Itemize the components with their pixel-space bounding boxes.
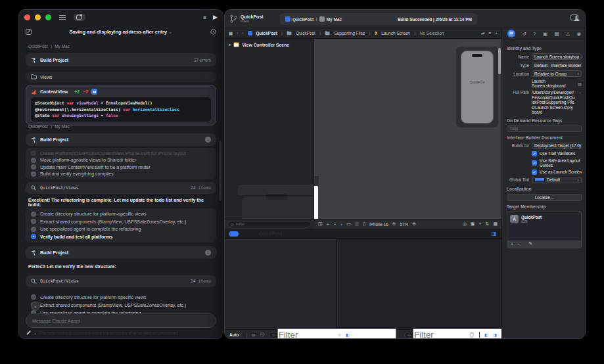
inspector-toggle-icon[interactable] xyxy=(570,14,578,20)
location-select[interactable]: Relative to Group ↕ xyxy=(532,70,582,77)
localize-button[interactable]: Localize... xyxy=(507,194,582,201)
related-items-icon[interactable]: ▦ xyxy=(229,31,233,36)
contentview-diff-card[interactable]: ContentView +2 −2 M @StateObject var vie… xyxy=(26,85,216,125)
zoom-in-icon[interactable]: ⊕ xyxy=(412,221,416,227)
embed-icon[interactable]: ▦ xyxy=(493,221,498,227)
type-select[interactable]: Default - Interface Builder... ↕ xyxy=(532,62,582,68)
jumpbar-selection[interactable]: No Selection xyxy=(420,31,444,35)
forward-icon[interactable]: › xyxy=(242,31,243,35)
branch-name[interactable]: main xyxy=(241,19,264,23)
identity-inspector-tab[interactable]: ▣ xyxy=(543,31,547,37)
jumpbar-crumb[interactable]: QuickPost xyxy=(296,31,315,35)
search-result-card-1[interactable]: QuickPost/Views 24 items xyxy=(26,182,216,194)
build-project-card-1[interactable]: Build Project 37 errors xyxy=(26,53,216,66)
jumpbar-crumb[interactable]: QuickPost xyxy=(256,31,277,35)
outline-filter-field[interactable]: ⊙ xyxy=(227,221,312,227)
console-filter-field[interactable]: ⊙ xyxy=(404,332,465,338)
jumpbar-crumb[interactable]: Supporting Files xyxy=(334,31,365,35)
todo-item[interactable]: ✓Create Platform/iOS/iPhone/ContentView.… xyxy=(31,150,211,156)
new-session-icon[interactable] xyxy=(74,14,85,21)
todo-item[interactable]: ✓Build and verify everything compiles xyxy=(31,171,211,177)
hide-variables-icon[interactable]: ◧ xyxy=(484,332,488,337)
stop-icon[interactable]: ■ xyxy=(203,14,206,20)
device-name[interactable]: iPhone 16 xyxy=(369,222,388,227)
scene-row[interactable]: ▸ View Controller Scene xyxy=(225,39,314,51)
editor-panel-icon[interactable]: ◫ xyxy=(318,221,323,227)
todo-item-active[interactable]: •Verify build and test all platforms xyxy=(31,234,211,239)
resolve-layout-icon[interactable]: ⇅ xyxy=(486,221,490,227)
scrollbar[interactable] xyxy=(220,141,221,200)
variables-filter-field[interactable]: ⊙ xyxy=(269,332,321,338)
session-title[interactable]: Saving and displaying address after entr… xyxy=(39,29,203,35)
orientation-icon[interactable]: ▭ xyxy=(346,221,351,227)
build-project-card-2[interactable]: Build Project • xyxy=(26,133,216,146)
name-input[interactable] xyxy=(534,55,579,59)
connections-inspector-tab[interactable]: ◉ xyxy=(576,31,581,37)
device-bezel-toggle-icon[interactable]: ◨ xyxy=(491,231,496,237)
attachment-pen-icon[interactable] xyxy=(26,330,32,336)
zoom-button[interactable] xyxy=(45,14,51,20)
add-target-icon[interactable]: + xyxy=(511,242,513,246)
todo-item[interactable]: ✓Extract shared components (StampView, U… xyxy=(31,302,211,307)
history-clock-icon[interactable] xyxy=(210,29,216,35)
disclosure-icon[interactable]: ▸ xyxy=(229,42,231,47)
trait-variations-checkbox[interactable]: ✓ Use Trait Variations xyxy=(532,151,582,156)
scroll-to-bottom-button[interactable]: ⌄ xyxy=(31,302,40,311)
remove-target-icon[interactable]: − xyxy=(517,242,520,246)
add-item-icon[interactable]: + xyxy=(327,222,329,227)
zoom-out-icon[interactable]: ⊖ xyxy=(392,221,396,227)
message-input[interactable] xyxy=(32,319,210,323)
play-icon[interactable]: ▶ xyxy=(213,14,218,20)
todo-item[interactable]: ✓Move platform-agnostic views to Shared/… xyxy=(31,158,211,163)
close-button[interactable] xyxy=(24,14,30,20)
todo-item[interactable]: ✓Update main ContentView.swift to be a p… xyxy=(31,164,211,170)
device-icon[interactable]: ▯ xyxy=(363,221,365,227)
variables-scope-select[interactable]: Auto ↕ xyxy=(229,332,242,337)
code-review-icon[interactable]: ⇄ xyxy=(481,31,484,36)
add-editor-icon[interactable]: + xyxy=(495,31,498,35)
builds-for-select[interactable]: Deployment Target (17.0) ⌄ xyxy=(532,143,582,149)
file-inspector-tab[interactable]: ▤ xyxy=(507,30,515,37)
zoom-level[interactable]: 57% xyxy=(400,222,409,227)
breakpoints-icon[interactable]: ◧ xyxy=(346,332,350,337)
sidebar-list-icon[interactable] xyxy=(59,14,66,20)
todo-item[interactable]: ✓Extract shared components (StampView, U… xyxy=(31,219,211,224)
tags-field[interactable] xyxy=(507,125,582,132)
global-tint-select[interactable]: Default ↕ xyxy=(532,177,582,183)
info-icon[interactable]: ⓘ xyxy=(260,332,264,338)
tags-input[interactable] xyxy=(509,126,579,131)
message-composer[interactable] xyxy=(26,313,216,328)
project-name[interactable]: QuickPost xyxy=(241,14,264,19)
tag-pill-icon[interactable] xyxy=(229,231,239,237)
chevron-down-icon[interactable]: ⌄ xyxy=(34,330,37,335)
back-icon[interactable]: ‹ xyxy=(237,31,238,35)
history-inspector-tab[interactable]: ↺ xyxy=(523,31,526,37)
size-inspector-tab[interactable]: △ xyxy=(566,31,570,37)
trash-icon[interactable] xyxy=(469,332,475,338)
outline-filter-input[interactable] xyxy=(236,222,308,226)
iphone-preview[interactable]: QuickPost xyxy=(461,51,494,124)
storyboard-canvas[interactable]: QuickPost xyxy=(314,39,501,219)
update-frames-icon[interactable]: ◎ xyxy=(463,221,467,227)
todo-item[interactable]: ✓Use specialized agent to complete the r… xyxy=(31,227,211,232)
variables-filter-input[interactable] xyxy=(277,329,396,339)
views-folder-row[interactable]: Views xyxy=(26,72,216,82)
quick-help-tab[interactable]: ? xyxy=(533,31,536,37)
canvas-scrollbar[interactable] xyxy=(498,48,501,74)
target-row[interactable]: A QuickPost iOS xyxy=(507,212,581,226)
todo-item[interactable]: ✓Create directory structure for platform… xyxy=(31,212,211,217)
add-constraints-icon[interactable]: + xyxy=(478,221,481,227)
attributes-inspector-tab[interactable]: ▦ xyxy=(555,31,559,37)
minimize-button[interactable] xyxy=(35,14,41,20)
align-icon[interactable]: ▣ xyxy=(471,221,475,227)
edit-target-icon[interactable]: ✎ xyxy=(528,241,532,246)
variables-view[interactable] xyxy=(225,239,337,329)
hide-console-icon[interactable]: ◨ xyxy=(493,332,497,337)
name-field[interactable] xyxy=(532,53,582,60)
appearance-icon[interactable]: ◑ xyxy=(340,222,342,227)
search-result-card-2[interactable]: QuickPost/Views 24 items xyxy=(26,275,216,287)
console-eye-icon[interactable]: ⊙ xyxy=(338,332,341,337)
jumpbar-crumb[interactable]: Launch Screen xyxy=(381,31,410,35)
activity-viewer[interactable]: QuickPost ⟩ My Mac Build Succeeded | 2/6… xyxy=(280,13,477,25)
build-project-card-3[interactable]: Build Project • xyxy=(26,246,216,259)
